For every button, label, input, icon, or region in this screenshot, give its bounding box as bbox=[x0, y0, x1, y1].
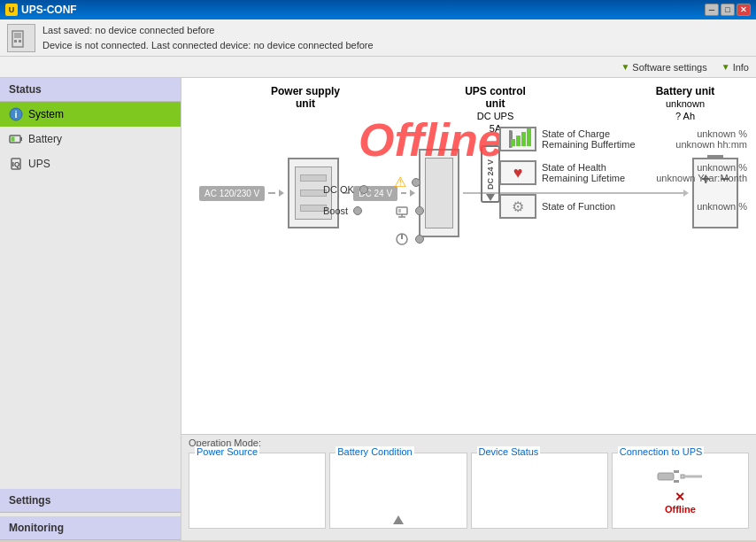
connection-label: Connection to UPS bbox=[618, 446, 705, 457]
battery-condition-box: Battery Condition bbox=[329, 453, 467, 529]
extra-indicators: ⚠ bbox=[394, 174, 424, 247]
battery-status-panel: State of Charge Remaining Buffertime unk… bbox=[499, 127, 747, 219]
warning-dot bbox=[412, 178, 420, 187]
x-icon: ✕ bbox=[675, 490, 685, 504]
info-line1: Last saved: no device connected before bbox=[42, 23, 374, 38]
boost-label: Boost bbox=[323, 205, 348, 216]
state-of-function-row: ⚙ State of Function unknown % bbox=[499, 194, 747, 219]
info-line2: Device is not connected. Last connected … bbox=[42, 38, 374, 53]
title-bar-left: U UPS-CONF bbox=[5, 4, 77, 16]
app-icon: U bbox=[5, 4, 18, 16]
device-status-label: Device Status bbox=[477, 446, 541, 457]
state-of-function-label: State of Function bbox=[542, 201, 691, 212]
ups-sidebar-icon: IQ bbox=[9, 157, 23, 171]
remaining-buffertime-val: unknown hh:mm bbox=[675, 139, 747, 150]
battery-label: Battery bbox=[28, 133, 62, 145]
arrow1 bbox=[268, 192, 275, 194]
ups-label: UPS bbox=[28, 158, 50, 170]
settings-arrow-icon: ▼ bbox=[621, 62, 629, 72]
svg-rect-7 bbox=[20, 137, 22, 141]
dc24v-down-arrow bbox=[486, 194, 495, 201]
connector-icon bbox=[656, 467, 705, 486]
boost-row: Boost bbox=[323, 205, 368, 216]
dc24v-vert-label: DC 24 V bbox=[486, 159, 495, 189]
charge-icon bbox=[499, 127, 536, 151]
info-text: Last saved: no device connected before D… bbox=[42, 23, 374, 52]
state-of-health-label: State of Health bbox=[542, 162, 651, 173]
bar2 bbox=[516, 136, 521, 146]
content-area: Power supply unit UPS control unit DC UP… bbox=[181, 78, 756, 540]
title-bar: U UPS-CONF ─ □ ✕ bbox=[0, 0, 756, 19]
indicators-panel: DC OK Boost bbox=[323, 184, 368, 216]
info-arrow-icon: ▼ bbox=[721, 62, 730, 72]
state-of-function-val: unknown % bbox=[697, 201, 747, 212]
power-source-box: Power Source bbox=[189, 453, 326, 529]
minimize-button[interactable]: ─ bbox=[705, 4, 719, 16]
dc-ok-indicator bbox=[359, 185, 368, 194]
remaining-buffertime-label: Remaining Buffertime bbox=[542, 139, 670, 150]
function-values: unknown % bbox=[697, 201, 747, 212]
arrow1-head bbox=[279, 190, 284, 197]
svg-text:IQ: IQ bbox=[12, 160, 19, 168]
network-indicator-row bbox=[394, 203, 424, 219]
svg-rect-18 bbox=[674, 470, 679, 473]
sidebar-item-system[interactable]: i System bbox=[0, 102, 181, 127]
dc24v-vert-container: DC 24 V bbox=[481, 145, 500, 203]
svg-rect-11 bbox=[397, 207, 407, 214]
bar3 bbox=[521, 132, 526, 146]
info-bar: Last saved: no device connected before D… bbox=[0, 19, 756, 57]
svg-rect-1 bbox=[14, 33, 21, 38]
svg-rect-19 bbox=[674, 480, 679, 483]
function-icon: ⚙ bbox=[499, 194, 536, 219]
svg-text:i: i bbox=[14, 109, 17, 120]
connection-box: Connection to UPS ✕ Offline bbox=[612, 453, 749, 529]
state-of-health-val: unknown % bbox=[656, 162, 747, 173]
system-label: System bbox=[28, 108, 64, 120]
bar4 bbox=[527, 128, 531, 146]
diagram-container: Power supply unit UPS control unit DC UP… bbox=[181, 78, 756, 434]
device-icon bbox=[7, 24, 35, 52]
sidebar-item-ups[interactable]: IQ UPS bbox=[0, 151, 181, 176]
svg-rect-3 bbox=[19, 40, 21, 43]
state-of-health-row: ♥ State of Health Remaining Lifetime unk… bbox=[499, 160, 747, 185]
state-of-charge-val: unknown % bbox=[675, 128, 747, 139]
health-icon: ♥ bbox=[499, 160, 536, 185]
sidebar-monitoring-header[interactable]: Monitoring bbox=[0, 516, 181, 540]
title-text: UPS-CONF bbox=[21, 4, 77, 16]
gear-icon: ⚙ bbox=[512, 198, 524, 215]
sidebar-settings-header[interactable]: Settings bbox=[0, 489, 181, 513]
maximize-button[interactable]: □ bbox=[721, 4, 735, 16]
state-of-charge-row: State of Charge Remaining Buffertime unk… bbox=[499, 127, 747, 151]
info-button[interactable]: ▼ Info bbox=[721, 62, 749, 73]
network-icon bbox=[394, 203, 410, 219]
dc-ok-row: DC OK bbox=[323, 184, 368, 195]
software-settings-button[interactable]: ▼ Software settings bbox=[621, 62, 706, 73]
heart-icon: ♥ bbox=[513, 164, 523, 182]
power-icon bbox=[394, 231, 410, 247]
power-source-label: Power Source bbox=[195, 446, 259, 457]
info-circle-icon: i bbox=[9, 107, 23, 121]
title-controls: ─ □ ✕ bbox=[705, 4, 751, 16]
connection-icon bbox=[656, 467, 705, 486]
svg-rect-8 bbox=[12, 137, 15, 142]
remaining-lifetime-label: Remaining Lifetime bbox=[542, 173, 651, 183]
warning-triangle-icon: ⚠ bbox=[394, 174, 406, 190]
status-boxes: Power Source Battery Condition Device St… bbox=[181, 451, 756, 530]
charge-bars bbox=[509, 130, 533, 148]
boost-indicator bbox=[353, 206, 362, 215]
offline-small-label: Offline bbox=[665, 504, 696, 515]
sidebar-item-battery[interactable]: Battery bbox=[0, 127, 181, 151]
charge-labels: State of Charge Remaining Buffertime bbox=[542, 128, 670, 150]
state-of-charge-label: State of Charge bbox=[542, 128, 670, 139]
col1-header: Power supply unit bbox=[270, 85, 341, 135]
ups-inner bbox=[425, 158, 453, 228]
ac-label: AC 120/230 V bbox=[199, 186, 265, 201]
dc24v-vert-box: DC 24 V bbox=[481, 145, 500, 203]
software-settings-label: Software settings bbox=[632, 62, 706, 73]
ps-slot1 bbox=[300, 174, 327, 182]
sidebar-spacer bbox=[0, 176, 181, 485]
remaining-lifetime-val: unknown Year:Month bbox=[656, 173, 747, 183]
charge-values: unknown % unknown hh:mm bbox=[675, 128, 747, 150]
svg-rect-14 bbox=[398, 209, 401, 213]
close-button[interactable]: ✕ bbox=[737, 4, 751, 16]
